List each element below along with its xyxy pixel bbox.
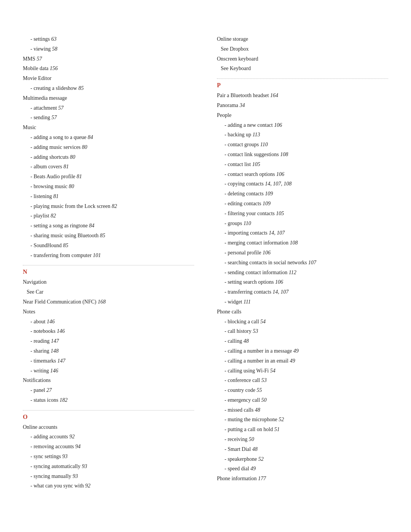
- entry-sub-text: - setting a song as ringtone: [30, 223, 88, 228]
- entry-sub-text: - setting search options: [225, 279, 274, 285]
- entry-sub-text: - calling a number in an email: [225, 358, 288, 364]
- entry-sub-text: - syncing manually: [30, 473, 71, 479]
- entry-page: 94: [74, 444, 81, 449]
- list-item: - transferring contacts 14, 107: [217, 288, 388, 297]
- section-n-entries: NavigationSee CarNear Field Communicatio…: [23, 278, 194, 404]
- entry-text: Online storage: [217, 36, 248, 42]
- entry-sub-text: - viewing: [30, 46, 51, 52]
- list-item: - adding a new contact 106: [217, 121, 388, 130]
- entry-page: 49: [288, 358, 295, 364]
- list-item: - sending contact information 112: [217, 268, 388, 277]
- list-item: Phone calls: [217, 307, 388, 316]
- list-item: - setting search options 106: [217, 278, 388, 287]
- entry-sub-text: - writing: [30, 368, 49, 374]
- list-item: - panel 27: [23, 386, 194, 395]
- entry-text: People: [217, 112, 231, 118]
- list-item: - contact search options 106: [217, 170, 388, 179]
- divider-o: [23, 410, 194, 411]
- list-item: - status icons 182: [23, 396, 194, 405]
- list-item: Mobile data 156: [23, 64, 194, 73]
- entry-page: 53: [260, 377, 267, 383]
- entry-sub-text: - reading: [30, 338, 49, 344]
- list-item: Notifications: [23, 376, 194, 385]
- entry-page: 80: [81, 144, 88, 150]
- entry-page: 27: [45, 387, 52, 393]
- entry-page: 48: [253, 407, 260, 413]
- entry-sub-text: - adding a song to a queue: [30, 134, 86, 140]
- entry-sub-text: - status icons: [30, 397, 58, 403]
- list-item: - syncing automatically 93: [23, 462, 194, 471]
- list-item: Near Field Communication (NFC) 168: [23, 297, 194, 307]
- list-item: Multimedia message: [23, 94, 194, 103]
- list-item: - SoundHound 85: [23, 241, 194, 250]
- list-item: - sending 57: [23, 113, 194, 122]
- entry-page: 109: [264, 191, 273, 197]
- entry-page: 106: [275, 171, 285, 177]
- list-item: - country code 55: [217, 386, 388, 395]
- list-item: - contact groups 110: [217, 140, 388, 149]
- entry-page: 148: [49, 348, 59, 354]
- entry-page: 84: [86, 134, 93, 140]
- list-item: Onscreen keyboard: [217, 54, 388, 64]
- entry-sub-text: - adding shortcuts: [30, 154, 68, 160]
- list-item: - removing accounts 94: [23, 442, 194, 451]
- list-item: - listening 81: [23, 192, 194, 201]
- entry-see-text: See Keyboard: [221, 66, 251, 71]
- entry-text: Notes: [23, 309, 35, 315]
- entry-page: 54: [259, 319, 266, 324]
- entry-page: 85: [77, 85, 84, 91]
- entry-page: 84: [88, 223, 94, 228]
- entry-page: 105: [275, 211, 284, 216]
- list-item: - sharing 148: [23, 347, 194, 356]
- entry-sub-text: - copying contacts: [225, 181, 264, 187]
- entry-page: 106: [273, 122, 282, 128]
- list-item: - calling a number in an email 49: [217, 356, 388, 366]
- index-content: - settings 63- viewing 58MMS 57Mobile da…: [23, 35, 388, 491]
- entry-sub-text: - importing contacts: [225, 230, 268, 236]
- list-item: - playlist 82: [23, 211, 194, 220]
- entry-page: 48: [242, 338, 249, 344]
- entry-sub-text: - listening: [30, 193, 52, 199]
- entry-page: 112: [287, 270, 296, 275]
- entry-sub2-text: - playing music from the Lock screen: [30, 203, 110, 209]
- list-item: - editing contacts 109: [217, 199, 388, 208]
- entry-page: 93: [71, 473, 78, 479]
- list-item: Music: [23, 123, 194, 132]
- entry-page: 55: [255, 387, 262, 393]
- entry-sub-text: - muting the microphone: [225, 417, 277, 422]
- list-item: - putting a call on hold 51: [217, 425, 388, 434]
- list-item: - Smart Dial 48: [217, 445, 388, 454]
- list-item: - merging contact information 108: [217, 238, 388, 248]
- entry-sub-text: - sync settings: [30, 454, 61, 459]
- entry-page: 57: [35, 56, 42, 62]
- entry-sub-text: - speakerphone: [225, 456, 257, 462]
- list-item: - syncing manually 93: [23, 472, 194, 481]
- entry-sub-text: - adding a new contact: [225, 122, 273, 128]
- entry-page: 168: [96, 299, 106, 305]
- entry-sub-text: - conference call: [225, 377, 260, 383]
- entry-page: 80: [67, 184, 74, 189]
- list-item: Panorama 34: [217, 101, 388, 110]
- list-item: - adding accounts 92: [23, 432, 194, 441]
- list-item: - speakerphone 52: [217, 455, 388, 464]
- list-item: Pair a Bluetooth headset 164: [217, 91, 388, 100]
- entry-sub-text: - sharing: [30, 348, 49, 354]
- list-item: - sync settings 93: [23, 452, 194, 461]
- entry-page: 58: [51, 46, 57, 52]
- entry-page: 48: [251, 446, 258, 452]
- entry-page: 111: [242, 299, 250, 305]
- entry-page: 146: [45, 319, 55, 324]
- list-item: - personal profile 106: [217, 248, 388, 257]
- entry-sub-text: - transferring from computer: [30, 252, 92, 258]
- list-item: Online accounts: [23, 423, 194, 432]
- entry-sub-text: - timemarks: [30, 358, 56, 364]
- list-item: - sharing music using Bluetooth 85: [23, 231, 194, 240]
- entry-sub-text: - calling using Wi-Fi: [225, 368, 269, 374]
- entry-page: 14, 107: [271, 289, 289, 295]
- entry-page: 52: [257, 456, 264, 462]
- entry-page: 34: [238, 102, 245, 108]
- list-item: - attachment 57: [23, 104, 194, 113]
- list-item: - what can you sync with 92: [23, 481, 194, 490]
- section-o-entries: Online accounts- adding accounts 92- rem…: [23, 423, 194, 491]
- entry-page: 92: [68, 434, 75, 439]
